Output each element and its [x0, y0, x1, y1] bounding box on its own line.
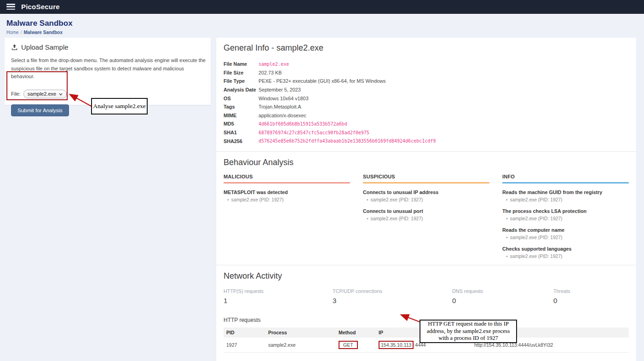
- upload-annotation-callout: Analyse sample2.exe: [91, 98, 148, 115]
- section-divider: [216, 151, 636, 152]
- behaviour-col-malicious: MALICIOUS METASPLOIT was detected sample…: [224, 174, 350, 259]
- stat-tcp-udp-connections: TCP/UDP connections 3: [333, 288, 452, 304]
- upload-icon: [11, 44, 18, 51]
- behaviour-columns: MALICIOUS METASPLOIT was detected sample…: [224, 174, 629, 259]
- section-divider: [216, 265, 636, 265]
- malicious-accent-rule: [224, 182, 350, 183]
- behaviour-col-info: INFO Reads the machine GUID from the reg…: [502, 174, 629, 259]
- stat-dns-requests: DNS requests 0: [452, 288, 553, 304]
- submit-for-analysis-button[interactable]: Submit for Analysis: [11, 104, 69, 116]
- ip-annotation-callout: HTTP GET request made to this IP address…: [420, 320, 517, 343]
- behaviour-analysis-title: Behaviour Analysis: [224, 158, 629, 167]
- stat-threats: Threats 0: [553, 288, 570, 304]
- breadcrumb: Home/Malware Sandbox: [6, 30, 73, 35]
- app-brand[interactable]: PicoSecure: [21, 3, 60, 11]
- field-file-name: File Namesample2.exe: [224, 60, 629, 69]
- field-md5: MD54d661bf605d6b8b15915a533b572a6bd: [224, 120, 629, 128]
- field-file-size: File Size202.73 KB: [224, 69, 629, 77]
- page-title: Malware Sandbox: [6, 19, 73, 28]
- field-mime: MIMEapplication/x-dosexec: [224, 111, 629, 120]
- field-file-type: File TypePEXE - PE32+ executable (GUI) x…: [224, 77, 629, 86]
- upload-sample-card: Upload Sample Select a file from the dro…: [5, 38, 211, 105]
- network-stats: HTTP(S) requests 1 TCP/UDP connections 3…: [224, 288, 629, 304]
- upload-description: Select a file from the drop-down menu. T…: [11, 57, 206, 81]
- breadcrumb-current: Malware Sandbox: [23, 30, 62, 35]
- ip-highlight-rect: 154.35.10.113: [379, 341, 414, 349]
- general-info-title: General Info - sample2.exe: [224, 43, 629, 53]
- field-os: OSWindows 10x64 v1803: [224, 94, 629, 103]
- suspicious-accent-rule: [363, 182, 489, 183]
- chevron-down-icon: [59, 91, 63, 97]
- top-navbar: PicoSecure: [0, 0, 644, 14]
- network-activity-title: Network Activity: [224, 271, 629, 281]
- general-info-fields: File Namesample2.exe File Size202.73 KB …: [224, 60, 629, 145]
- stat-https-requests: HTTP(S) requests 1: [224, 288, 333, 304]
- upload-sample-title: Upload Sample: [11, 43, 204, 51]
- file-label: File:: [11, 91, 21, 97]
- info-accent-rule: [502, 182, 629, 183]
- field-tags: TagsTrojan.Metasploit.A: [224, 103, 629, 111]
- page-head: Malware Sandbox Home/Malware Sandbox: [6, 19, 73, 35]
- file-select-dropdown[interactable]: sample2.exe: [23, 90, 67, 98]
- field-analysis-date: Analysis DateSeptember 5, 2023: [224, 86, 629, 94]
- method-highlight-rect: GET: [339, 341, 358, 349]
- file-row: File: sample2.exe: [11, 90, 204, 98]
- field-sha1: SHA16878976974c27c8547cfc5acc90fb28ad2f0…: [224, 128, 629, 137]
- behaviour-col-suspicious: SUSPICIOUS Connects to unusual IP addres…: [363, 174, 489, 259]
- analysis-report-card: General Info - sample2.exe File Namesamp…: [216, 38, 636, 361]
- hamburger-menu-icon[interactable]: [6, 4, 15, 10]
- breadcrumb-home-link[interactable]: Home: [6, 30, 19, 35]
- breadcrumb-separator: /: [21, 30, 22, 35]
- field-sha256: SHA256d576245e85e6b752b2fdffa43abaab1b2e…: [224, 137, 629, 145]
